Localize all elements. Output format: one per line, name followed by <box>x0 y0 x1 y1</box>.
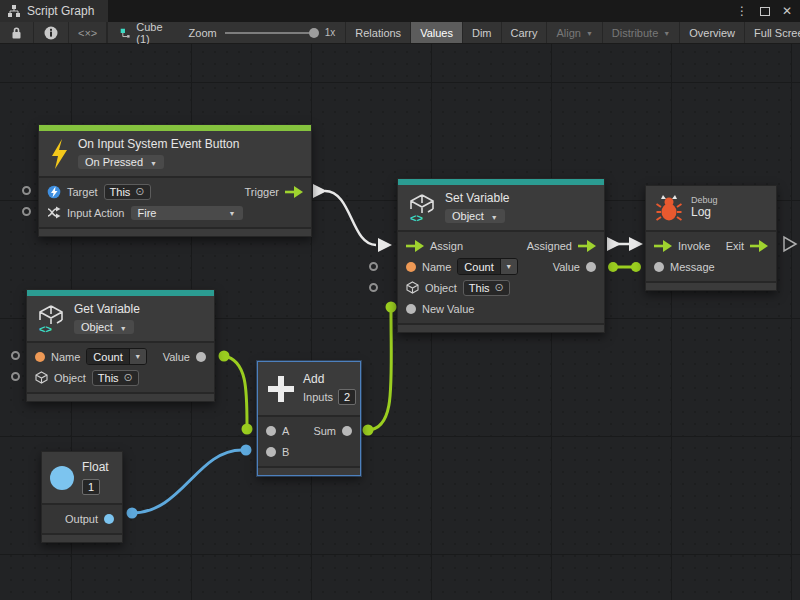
input-b-port[interactable] <box>266 447 276 457</box>
variable-kind-dropdown[interactable]: Object ▼ <box>74 320 134 334</box>
node-add[interactable]: Add Inputs 2 A Sum <box>257 361 361 476</box>
plus-icon <box>268 376 294 402</box>
event-mode-dropdown[interactable]: On Pressed ▼ <box>78 155 164 169</box>
value-output-port[interactable] <box>196 352 206 362</box>
graph-icon <box>7 4 21 18</box>
unconnected-exec-port-icon[interactable] <box>784 237 796 251</box>
close-icon[interactable]: ✕ <box>782 5 792 17</box>
chevron-down-icon: ▼ <box>150 160 157 167</box>
set-variable-object-port[interactable] <box>369 283 378 292</box>
value-output-port[interactable] <box>586 262 596 272</box>
menu-kebab-icon[interactable]: ⋮ <box>736 5 748 17</box>
assigned-label: Assigned <box>527 240 572 252</box>
output-port[interactable] <box>104 514 114 524</box>
toolbar: <×> Cube (1) Zoom 1x Relations Values Di… <box>0 22 800 44</box>
event-target-port[interactable] <box>22 186 31 195</box>
node-footer <box>258 466 360 475</box>
distribute-button[interactable]: Distribute ▼ <box>603 22 680 43</box>
exec-output-port[interactable] <box>578 240 596 252</box>
zoom-slider-handle[interactable] <box>309 28 319 38</box>
graph-owner-icon <box>120 26 130 40</box>
graph-canvas[interactable]: On Input System Event Button On Pressed … <box>0 44 800 600</box>
node-set-variable[interactable]: <> Set Variable Object ▼ Assign <box>397 178 605 333</box>
bug-icon <box>656 194 682 222</box>
dim-button[interactable]: Dim <box>463 22 502 43</box>
node-title: On Input System Event Button <box>78 137 239 152</box>
variable-cube-icon: <> <box>408 193 436 223</box>
code-view-button[interactable]: <×> <box>69 22 107 43</box>
name-port[interactable] <box>406 262 416 272</box>
get-variable-object-port[interactable] <box>11 372 20 381</box>
variable-name-dropdown[interactable]: Count ▼ <box>86 348 146 365</box>
chevron-down-icon: ▼ <box>491 214 498 221</box>
input-action-icon <box>47 206 61 219</box>
node-title: Log <box>691 205 718 220</box>
input-a-port[interactable] <box>266 426 276 436</box>
object-field[interactable]: This ⊙ <box>92 370 139 386</box>
sum-output-port[interactable] <box>342 426 352 436</box>
node-get-variable[interactable]: <> Get Variable Object ▼ Name Count ▼ <box>26 289 215 402</box>
name-label: Name <box>51 351 80 363</box>
variable-kind-dropdown[interactable]: Object ▼ <box>445 209 505 223</box>
tab-script-graph[interactable]: Script Graph <box>0 0 108 22</box>
node-title: Set Variable <box>445 191 509 206</box>
object-cube-icon <box>406 281 419 294</box>
object-picker-icon: ⊙ <box>124 371 133 384</box>
value-label: Value <box>163 351 190 363</box>
message-port[interactable] <box>654 262 664 272</box>
trigger-label: Trigger <box>245 186 279 198</box>
float-value-field[interactable]: 1 <box>82 479 100 495</box>
node-title: Add <box>303 372 356 387</box>
fullscreen-button[interactable]: Full Screen <box>745 22 800 43</box>
exec-wire-arrow-icon <box>629 237 643 251</box>
node-footer <box>398 323 604 332</box>
new-value-port[interactable] <box>406 304 416 314</box>
values-button[interactable]: Values <box>411 22 463 43</box>
inputs-count-field[interactable]: 2 <box>338 389 356 405</box>
exec-input-port[interactable] <box>406 240 424 252</box>
target-field[interactable]: This ⊙ <box>104 184 151 200</box>
zoom-slider[interactable] <box>225 32 317 34</box>
invoke-label: Invoke <box>678 240 710 252</box>
lightning-bolt-icon <box>49 139 69 169</box>
breadcrumb[interactable]: Cube (1) <box>108 22 178 43</box>
player-input-icon <box>47 185 61 199</box>
code-icon: <×> <box>78 27 97 39</box>
target-label: Target <box>67 186 98 198</box>
exec-output-port[interactable] <box>750 240 768 252</box>
exec-output-port[interactable] <box>285 186 303 198</box>
relations-button[interactable]: Relations <box>345 22 411 43</box>
titlebar: Script Graph ⋮ ✕ <box>0 0 800 22</box>
node-float[interactable]: Float 1 Output <box>41 451 123 543</box>
node-on-input-system-event-button[interactable]: On Input System Event Button On Pressed … <box>38 124 312 237</box>
node-footer <box>27 392 214 401</box>
overview-button[interactable]: Overview <box>680 22 745 43</box>
chevron-down-icon: ▼ <box>120 325 127 332</box>
inspect-button[interactable] <box>34 22 69 43</box>
chevron-down-icon: ▼ <box>129 349 146 364</box>
input-action-label: Input Action <box>67 207 125 219</box>
event-input-action-port[interactable] <box>22 207 31 216</box>
get-variable-name-port[interactable] <box>11 351 20 360</box>
name-port[interactable] <box>35 352 45 362</box>
float-icon <box>50 466 74 490</box>
carry-button[interactable]: Carry <box>502 22 548 43</box>
align-button[interactable]: Align ▼ <box>547 22 602 43</box>
variable-name-dropdown[interactable]: Count ▼ <box>457 258 517 275</box>
input-action-dropdown[interactable]: Fire ▼ <box>131 206 243 220</box>
object-picker-icon: ⊙ <box>135 185 144 198</box>
object-label: Object <box>54 372 86 384</box>
set-variable-name-port[interactable] <box>369 262 378 271</box>
maximize-icon[interactable] <box>760 7 770 16</box>
node-debug-log[interactable]: Debug Log Invoke Exit <box>645 185 777 291</box>
exec-input-port[interactable] <box>654 240 672 252</box>
inputs-label: Inputs <box>303 391 333 403</box>
breadcrumb-label: Cube (1) <box>136 21 166 45</box>
object-label: Object <box>425 282 457 294</box>
lock-button[interactable] <box>0 22 34 43</box>
lock-icon <box>10 26 23 40</box>
object-field[interactable]: This ⊙ <box>463 280 510 296</box>
chevron-down-icon: ▼ <box>663 30 670 37</box>
value-label: Value <box>553 261 580 273</box>
zoom-label: Zoom <box>189 27 217 39</box>
